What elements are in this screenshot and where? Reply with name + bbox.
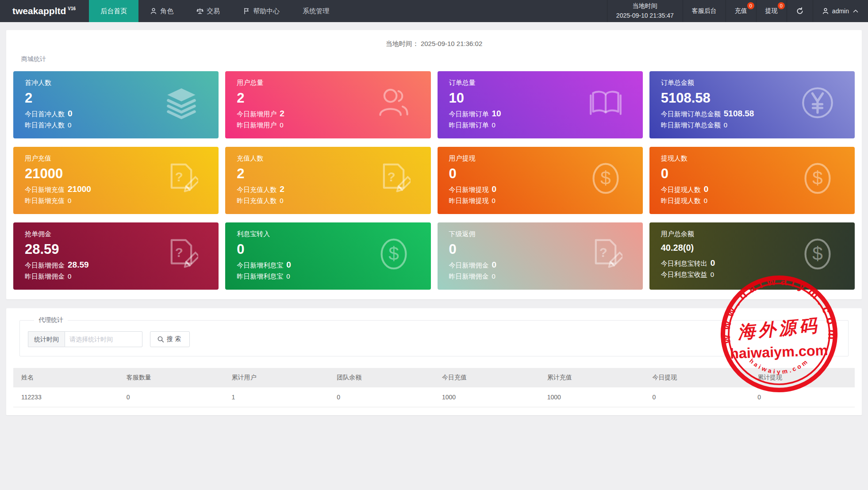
doc-edit-icon bbox=[165, 161, 198, 195]
navbar-right: 当地时间 2025-09-10 21:35:47 客服后台 充值 0 提现 0 … bbox=[607, 0, 868, 22]
stat-card-recharge-users: 充值人数 2 今日充值人数2 昨日充值人数0 bbox=[225, 147, 430, 214]
agent-table-header-row: 姓名 客服数量 累计用户 团队余额 今日充值 累计充值 今日提现 累计提现 bbox=[13, 368, 855, 387]
stat-card-user-withdraw: 用户提现 0 今日新增提现0 昨日新增提现0 bbox=[438, 147, 643, 214]
stat-card-interest-transfer-in: 利息宝转入 0 今日新增利息宝0 昨日新增利息宝0 bbox=[225, 222, 430, 290]
doc-edit-icon bbox=[589, 237, 622, 271]
person-icon bbox=[150, 8, 157, 15]
agent-stats-legend: 代理统计 bbox=[34, 316, 68, 324]
withdraw-button[interactable]: 提现 0 bbox=[756, 0, 787, 22]
dollar-icon bbox=[589, 161, 622, 195]
stat-card-sub-rebate: 下级返佣 0 今日新增佣金0 昨日新增佣金0 bbox=[438, 222, 643, 290]
dollar-icon bbox=[801, 161, 834, 195]
stat-time-input[interactable] bbox=[65, 331, 142, 347]
dollar-icon bbox=[801, 237, 834, 271]
stat-cards-grid: 首冲人数 2 今日首冲人数0 昨日首冲人数0 用户总量 2 今日新增用户2 昨日… bbox=[13, 71, 855, 290]
admin-username: admin bbox=[832, 8, 849, 15]
agent-statistics-panel: 代理统计 统计时间 搜索 姓名 客服数量 累计用户 团队余额 今日充值 累计充值… bbox=[6, 308, 862, 415]
book-icon bbox=[589, 86, 622, 119]
col-service-count: 客服数量 bbox=[119, 368, 224, 387]
navbar-local-time: 当地时间 2025-09-10 21:35:47 bbox=[607, 0, 683, 22]
menu-item-trade[interactable]: 交易 bbox=[185, 0, 231, 22]
service-backend-button[interactable]: 客服后台 bbox=[683, 0, 726, 22]
col-total-withdraw: 累计提现 bbox=[749, 368, 855, 387]
scales-icon bbox=[196, 8, 204, 15]
col-today-recharge: 今日充值 bbox=[434, 368, 539, 387]
admin-dropdown[interactable]: admin bbox=[813, 0, 868, 22]
stat-card-withdraw-users: 提现人数 0 今日提现人数0 昨日提现人数0 bbox=[649, 147, 855, 214]
users-icon bbox=[377, 86, 411, 119]
dollar-icon bbox=[377, 237, 411, 271]
stat-card-user-recharge: 用户充值 21000 今日新增充值21000 昨日新增充值0 bbox=[13, 147, 219, 214]
doc-edit-icon bbox=[165, 237, 198, 271]
app-version: V16 bbox=[68, 6, 76, 11]
layers-icon bbox=[165, 86, 198, 119]
col-today-withdraw: 今日提现 bbox=[645, 368, 750, 387]
navbar-local-time-value: 2025-09-10 21:35:47 bbox=[616, 11, 674, 21]
recharge-button[interactable]: 充值 0 bbox=[726, 0, 756, 22]
menu-item-dashboard[interactable]: 后台首页 bbox=[89, 0, 138, 22]
stat-card-total-order-amount: 订单总金额 5108.58 今日新增订单总金额5108.58 昨日新增订单总金额… bbox=[649, 71, 855, 138]
refresh-button[interactable] bbox=[787, 0, 813, 22]
search-button[interactable]: 搜索 bbox=[150, 331, 190, 347]
col-total-users: 累计用户 bbox=[224, 368, 329, 387]
flag-icon bbox=[243, 8, 250, 15]
person-icon bbox=[822, 8, 829, 15]
agent-stats-fieldset: 代理统计 统计时间 搜索 bbox=[19, 316, 849, 356]
main-menu: 后台首页 角色 交易 帮助中心 系统管理 bbox=[89, 0, 341, 22]
menu-item-roles[interactable]: 角色 bbox=[138, 0, 185, 22]
app-logo-text: tweakappltd bbox=[12, 6, 66, 16]
stat-card-user-total-balance: 用户总余额 40.28(0) 今日利息宝转出0 今日利息宝收益0 bbox=[649, 222, 855, 290]
stat-card-total-users: 用户总量 2 今日新增用户2 昨日新增用户0 bbox=[225, 71, 430, 138]
section-title-shop-stats: 商城统计 bbox=[21, 55, 855, 63]
doc-edit-icon bbox=[377, 161, 411, 195]
search-icon bbox=[157, 336, 165, 343]
stat-card-grab-commission: 抢单佣金 28.59 今日新增佣金28.59 昨日新增佣金0 bbox=[13, 222, 219, 290]
stat-card-first-charge-users: 首冲人数 2 今日首冲人数0 昨日首冲人数0 bbox=[13, 71, 219, 138]
agent-table: 姓名 客服数量 累计用户 团队余额 今日充值 累计充值 今日提现 累计提现 11… bbox=[13, 368, 855, 407]
stat-time-label: 统计时间 bbox=[28, 331, 65, 347]
app-logo: tweakappltdV16 bbox=[0, 0, 89, 22]
agent-table-row: 112233 0 1 0 1000 1000 0 0 bbox=[13, 387, 855, 407]
withdraw-badge: 0 bbox=[778, 2, 785, 9]
yen-icon bbox=[801, 86, 834, 119]
stat-card-total-orders: 订单总量 10 今日新增订单10 昨日新增订单0 bbox=[438, 71, 643, 138]
menu-item-help-center[interactable]: 帮助中心 bbox=[231, 0, 291, 22]
page-local-time-value: 2025-09-10 21:36:02 bbox=[421, 40, 482, 47]
refresh-icon bbox=[796, 7, 804, 15]
page-local-time: 当地时间： 2025-09-10 21:36:02 bbox=[13, 35, 855, 49]
chevron-up-icon bbox=[852, 8, 859, 15]
col-team-balance: 团队余额 bbox=[329, 368, 434, 387]
recharge-badge: 0 bbox=[747, 2, 754, 9]
top-navbar: tweakappltdV16 后台首页 角色 交易 帮助中心 系统管理 当地时间… bbox=[0, 0, 868, 22]
col-total-recharge: 累计充值 bbox=[539, 368, 645, 387]
col-name: 姓名 bbox=[13, 368, 119, 387]
menu-item-system-admin[interactable]: 系统管理 bbox=[291, 0, 341, 22]
stat-time-input-group: 统计时间 bbox=[28, 331, 142, 347]
agent-filter-row: 统计时间 搜索 bbox=[28, 331, 840, 347]
shop-statistics-panel: 当地时间： 2025-09-10 21:36:02 商城统计 首冲人数 2 今日… bbox=[6, 30, 862, 299]
